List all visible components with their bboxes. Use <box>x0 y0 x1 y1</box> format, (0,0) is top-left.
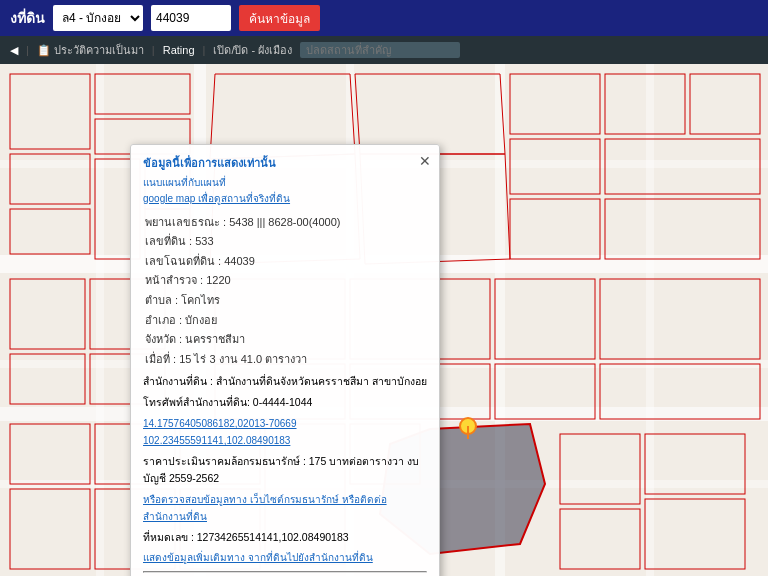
toolbar-back-icon: ◀ <box>10 44 18 57</box>
popup-subtitle1: แนบแผนที่กับแผนที่ google map เพื่อดูสถา… <box>143 175 427 207</box>
office-value: สำนักงานที่ดินจังหวัดนครราชสีมา สาขาบักง… <box>216 375 427 387</box>
svg-rect-24 <box>605 199 760 259</box>
province: จังหวัด : นครราชสีมา <box>143 330 427 350</box>
area: หน้าสำรวจ : 1220 <box>143 271 427 291</box>
app-title: งที่ดิน <box>10 7 45 29</box>
show-link-section: แสดงข้อมูลเพิ่มเติมทาง จากที่ดินไปยังสำน… <box>143 549 427 566</box>
svg-rect-10 <box>10 74 90 149</box>
svg-rect-20 <box>690 74 760 134</box>
office-section: สำนักงานที่ดิน : สำนักงานที่ดินจังหวัดนค… <box>143 373 427 390</box>
date: เมื่อที่ : 15 ไร่ 3 งาน 41.0 ตารางวา <box>143 350 427 370</box>
place-search-input[interactable] <box>300 42 460 58</box>
coords-link1[interactable]: 14.17576405086182,02013-70669 <box>143 418 297 429</box>
svg-rect-11 <box>95 74 190 114</box>
openclose-tool[interactable]: เปิด/ปิด - ผังเมือง <box>213 41 292 59</box>
province-select[interactable]: ล4 - บักงอย <box>53 5 143 31</box>
popup-googlemap-link[interactable]: google map เพื่อดูสถานที่จริงที่ดิน <box>143 193 290 204</box>
svg-rect-34 <box>10 424 90 484</box>
rating-tool[interactable]: Rating <box>163 44 195 56</box>
svg-marker-43 <box>355 74 505 154</box>
parcel-input[interactable] <box>151 5 231 31</box>
header: งที่ดิน ล4 - บักงอย ค้นหาข้อมูล <box>0 0 768 36</box>
tambon: ตำบล : โคกไทร <box>143 291 427 311</box>
office-label: สำนักงานที่ดิน : <box>143 375 213 387</box>
more-info-link[interactable]: หรือตรวจสอบข้อมูลทาง เว็บไซต์กรมธนารักษ์… <box>143 494 387 522</box>
price-label: ราคาประเมินราคมล้อกรมธนารักษ์ : <box>143 455 306 467</box>
check-link: ที่หมดเลข : 12734265514141,102.08490183 <box>143 531 349 543</box>
map-no: เลขโฉนดที่ดิน : 44039 <box>143 252 427 272</box>
coords-section: 14.17576405086182,02013-70669 102.234555… <box>143 415 427 449</box>
price-section: ราคาประเมินราคมล้อกรมธนารักษ์ : 175 บาทต… <box>143 453 427 487</box>
svg-rect-14 <box>10 209 90 254</box>
svg-rect-23 <box>510 199 600 259</box>
phone-section: โทรศัพท์สำนักงานที่ดิน: 0-4444-1044 <box>143 394 427 411</box>
history-tool[interactable]: 📋 ประวัติความเป็นมา <box>37 41 144 59</box>
check-link-section: ที่หมดเลข : 12734265514141,102.08490183 <box>143 529 427 546</box>
history-icon: 📋 <box>37 44 51 57</box>
svg-rect-33 <box>645 499 745 569</box>
popup: ✕ ข้อมูลนี้เพื่อการแสดงเท่านั้น แนบแผนที… <box>130 144 440 576</box>
rating-label: Rating <box>163 44 195 56</box>
phone-value: 0-4444-1044 <box>253 396 313 408</box>
more-link-section: หรือตรวจสอบข้อมูลทาง เว็บไซต์กรมธนารักษ์… <box>143 491 427 525</box>
svg-rect-18 <box>510 74 600 134</box>
svg-rect-25 <box>10 279 85 349</box>
svg-rect-31 <box>560 509 640 569</box>
toolbar: ◀ | 📋 ประวัติความเป็นมา | Rating | เปิด/… <box>0 36 768 64</box>
svg-rect-51 <box>600 279 760 359</box>
phone-label: โทรศัพท์สำนักงานที่ดิน: <box>143 396 250 408</box>
popup-data-table: พยานเลขธรณะ : 5438 ||| 8628-00(4000) เลข… <box>143 213 427 370</box>
svg-rect-35 <box>10 489 90 569</box>
amphoe: อำเภอ : บักงอย <box>143 311 427 331</box>
svg-rect-50 <box>495 279 595 359</box>
svg-rect-19 <box>605 74 685 134</box>
parcel-ref: พยานเลขธรณะ : 5438 ||| 8628-00(4000) <box>143 213 427 233</box>
coords-link2[interactable]: 102.23455591141,102.08490183 <box>143 435 290 446</box>
openclose-label: เปิด/ปิด - ผังเมือง <box>213 41 292 59</box>
show-office-link[interactable]: แสดงข้อมูลเพิ่มเติมทาง จากที่ดินไปยังสำน… <box>143 552 373 563</box>
parcel-no: เลขที่ดิน : 533 <box>143 232 427 252</box>
search-button[interactable]: ค้นหาข้อมูล <box>239 5 320 31</box>
map-container[interactable]: ✕ ข้อมูลนี้เพื่อการแสดงเท่านั้น แนบแผนที… <box>0 64 768 576</box>
svg-rect-30 <box>560 434 640 504</box>
history-label: ประวัติความเป็นมา <box>54 41 144 59</box>
popup-close-button[interactable]: ✕ <box>419 150 431 172</box>
popup-title: ข้อมูลนี้เพื่อการแสดงเท่านั้น <box>143 155 427 173</box>
